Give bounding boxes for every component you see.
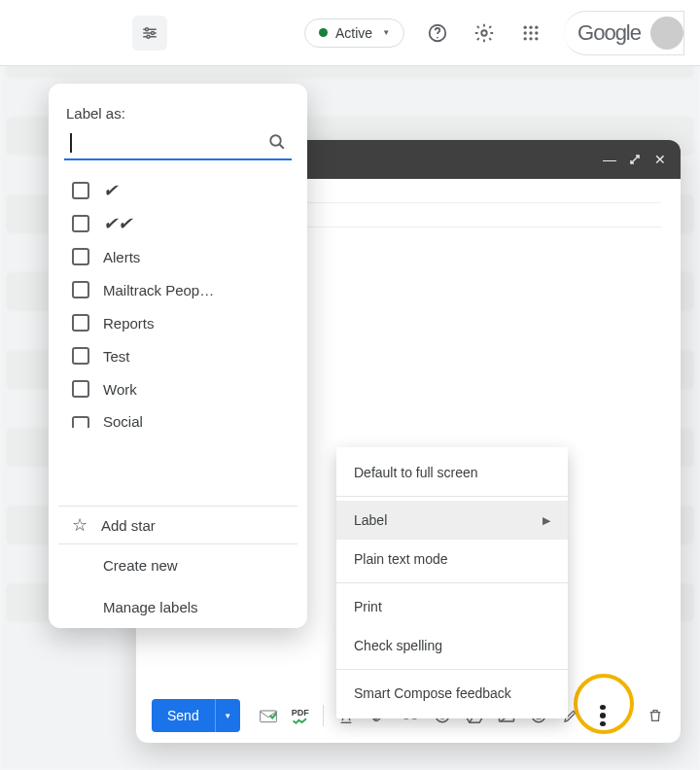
svg-point-7 xyxy=(529,25,532,28)
svg-point-5 xyxy=(481,30,487,36)
menu-label: Default to full screen xyxy=(354,465,478,480)
menu-label: Print xyxy=(354,599,382,614)
menu-label: Plain text mode xyxy=(354,551,448,567)
svg-point-12 xyxy=(524,37,527,40)
menu-item-print[interactable]: Print xyxy=(336,587,568,626)
settings-icon[interactable] xyxy=(471,19,498,47)
trash-icon[interactable] xyxy=(646,706,665,725)
label-row[interactable]: Reports xyxy=(58,306,298,339)
checkbox[interactable] xyxy=(72,380,89,398)
svg-point-14 xyxy=(535,37,538,40)
label-panel: Label as: ✔ ✔✔ Alerts Mailtrack Peop… Re… xyxy=(49,84,307,628)
star-icon: ☆ xyxy=(72,516,88,534)
manage-labels-button[interactable]: Manage labels xyxy=(58,586,298,628)
create-label-text: Create new xyxy=(103,557,178,574)
svg-point-8 xyxy=(535,25,538,28)
menu-label: Smart Compose feedback xyxy=(354,685,511,701)
chevron-right-icon: ▶ xyxy=(542,514,550,527)
checkbox[interactable] xyxy=(72,248,89,265)
svg-point-6 xyxy=(524,25,527,28)
checkbox[interactable] xyxy=(72,182,89,199)
label-row[interactable]: Work xyxy=(58,372,298,405)
label-name: Reports xyxy=(103,315,155,332)
label-search-input[interactable] xyxy=(64,129,292,160)
search-icon xyxy=(268,133,286,151)
svg-point-4 xyxy=(437,36,438,38)
fullscreen-icon[interactable] xyxy=(628,153,642,166)
label-row[interactable]: Alerts xyxy=(58,240,298,273)
more-options-menu: Default to full screen Label ▶ Plain tex… xyxy=(336,447,568,718)
pdf-icon[interactable]: PDF xyxy=(291,706,310,725)
svg-rect-16 xyxy=(340,722,351,723)
status-pill[interactable]: Active ▼ xyxy=(304,18,404,48)
close-icon[interactable]: ✕ xyxy=(653,153,667,166)
svg-point-24 xyxy=(270,135,281,146)
account-area[interactable]: Google xyxy=(564,11,684,55)
label-name: ✔✔ xyxy=(103,215,132,232)
svg-point-13 xyxy=(529,37,532,40)
more-options-button[interactable] xyxy=(593,706,612,725)
svg-point-11 xyxy=(535,31,538,34)
menu-label: Check spelling xyxy=(354,638,442,653)
checkbox[interactable] xyxy=(72,215,89,232)
label-row[interactable]: ✔✔ xyxy=(58,207,298,240)
apps-icon[interactable] xyxy=(517,19,544,47)
label-row[interactable]: Mailtrack Peop… xyxy=(58,273,298,306)
label-list: ✔ ✔✔ Alerts Mailtrack Peop… Reports Test… xyxy=(58,174,298,506)
help-icon[interactable] xyxy=(424,19,451,47)
add-star-label: Add star xyxy=(101,517,156,534)
checkbox[interactable] xyxy=(72,347,89,365)
checkbox[interactable] xyxy=(72,281,89,298)
avatar[interactable] xyxy=(650,17,683,50)
send-label: Send xyxy=(152,699,215,732)
svg-point-2 xyxy=(147,35,150,38)
menu-item-fullscreen[interactable]: Default to full screen xyxy=(336,453,568,492)
top-bar: Active ▼ Google xyxy=(0,0,700,66)
label-name: Alerts xyxy=(103,249,140,265)
status-label: Active xyxy=(335,25,372,41)
add-star-row[interactable]: ☆ Add star xyxy=(58,506,298,543)
mailtrack-icon[interactable] xyxy=(259,706,278,725)
manage-labels-text: Manage labels xyxy=(103,599,198,615)
status-dot-icon xyxy=(319,28,328,37)
label-panel-title: Label as: xyxy=(66,105,290,122)
create-label-button[interactable]: Create new xyxy=(58,544,298,586)
svg-point-10 xyxy=(529,31,532,34)
send-button[interactable]: Send ▼ xyxy=(152,699,240,732)
menu-item-spelling[interactable]: Check spelling xyxy=(336,626,568,665)
filter-icon[interactable] xyxy=(132,16,167,51)
label-name: Social xyxy=(103,413,143,430)
label-name: Mailtrack Peop… xyxy=(103,282,214,298)
label-name: Work xyxy=(103,381,137,398)
minimize-icon[interactable]: — xyxy=(603,153,616,166)
label-row[interactable]: Social xyxy=(58,405,298,438)
menu-item-smart-compose[interactable]: Smart Compose feedback xyxy=(336,674,568,713)
svg-point-9 xyxy=(524,31,527,34)
chevron-down-icon: ▼ xyxy=(382,28,390,37)
checkbox[interactable] xyxy=(72,416,89,428)
label-name: Test xyxy=(103,348,130,365)
svg-point-1 xyxy=(152,31,155,34)
menu-item-label[interactable]: Label ▶ xyxy=(336,501,568,540)
label-row[interactable]: ✔ xyxy=(58,174,298,207)
label-row[interactable]: Test xyxy=(58,339,298,372)
menu-item-plaintext[interactable]: Plain text mode xyxy=(336,540,568,578)
checkbox[interactable] xyxy=(72,314,89,332)
svg-point-0 xyxy=(146,27,149,30)
label-name: ✔ xyxy=(103,182,118,199)
google-logo: Google xyxy=(578,20,641,46)
send-dropdown[interactable]: ▼ xyxy=(215,699,240,732)
menu-label: Label xyxy=(354,512,387,528)
